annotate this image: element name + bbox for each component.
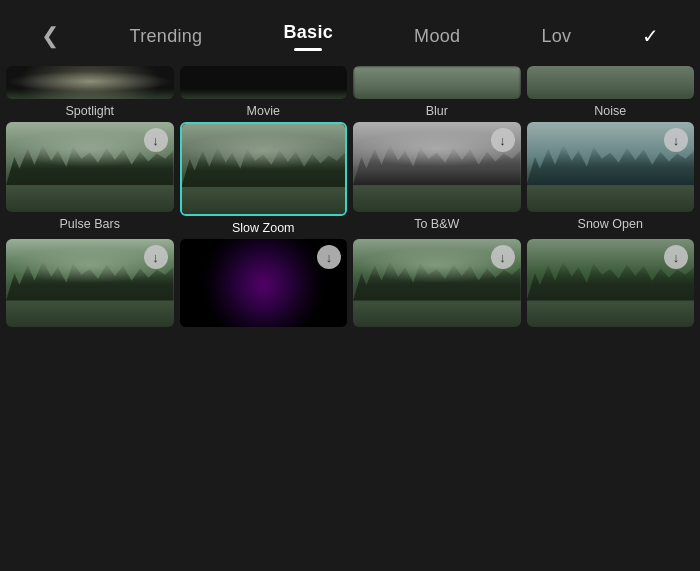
- download-pulse-bars[interactable]: ↓: [144, 128, 168, 152]
- download-row3-4[interactable]: ↓: [664, 245, 688, 269]
- filter-label-pulse-bars: Pulse Bars: [60, 217, 120, 231]
- confirm-check[interactable]: ✓: [642, 24, 659, 48]
- filter-item-slow-zoom[interactable]: Slow Zoom: [180, 122, 348, 235]
- filter-item-snow-open[interactable]: ↓ Snow Open: [527, 122, 695, 235]
- tab-trending[interactable]: Trending: [120, 26, 213, 47]
- filter-item-row3-3[interactable]: ↓: [353, 239, 521, 332]
- download-snow-open[interactable]: ↓: [664, 128, 688, 152]
- grid-row-2: ↓ Pulse Bars Slow Zoom: [6, 122, 694, 235]
- download-fire-fade[interactable]: ↓: [317, 245, 341, 269]
- filter-item-pulse-bars[interactable]: ↓ Pulse Bars: [6, 122, 174, 235]
- download-row3-1[interactable]: ↓: [144, 245, 168, 269]
- nav-back-arrow[interactable]: ❮: [41, 23, 59, 49]
- download-row3-3[interactable]: ↓: [491, 245, 515, 269]
- filter-item-movie[interactable]: Movie: [180, 66, 348, 118]
- filter-label-blur: Blur: [426, 104, 448, 118]
- top-navigation: ❮ Trending Basic Mood Lov ✓: [0, 0, 700, 58]
- tab-love[interactable]: Lov: [531, 26, 581, 47]
- filter-label-to-bw: To B&W: [414, 217, 459, 231]
- filter-label-noise: Noise: [594, 104, 626, 118]
- filter-label-spotlight: Spotlight: [65, 104, 114, 118]
- filter-item-fire-fade[interactable]: ↓: [180, 239, 348, 332]
- filter-label-snow-open: Snow Open: [578, 217, 643, 231]
- filter-item-to-bw[interactable]: ↓ To B&W: [353, 122, 521, 235]
- filter-label-movie: Movie: [247, 104, 280, 118]
- filter-item-spotlight[interactable]: Spotlight: [6, 66, 174, 118]
- filter-item-row3-4[interactable]: ↓: [527, 239, 695, 332]
- grid-row-1: Spotlight Movie Blur: [6, 66, 694, 118]
- filter-label-slow-zoom: Slow Zoom: [232, 221, 295, 235]
- filter-grid: Spotlight Movie Blur: [0, 58, 700, 336]
- filter-item-row3-1[interactable]: ↓: [6, 239, 174, 332]
- tab-basic[interactable]: Basic: [273, 22, 343, 51]
- filter-item-noise[interactable]: Noise: [527, 66, 695, 118]
- tab-mood[interactable]: Mood: [404, 26, 470, 47]
- download-to-bw[interactable]: ↓: [491, 128, 515, 152]
- grid-row-3: ↓ ↓: [6, 239, 694, 332]
- filter-item-blur[interactable]: Blur: [353, 66, 521, 118]
